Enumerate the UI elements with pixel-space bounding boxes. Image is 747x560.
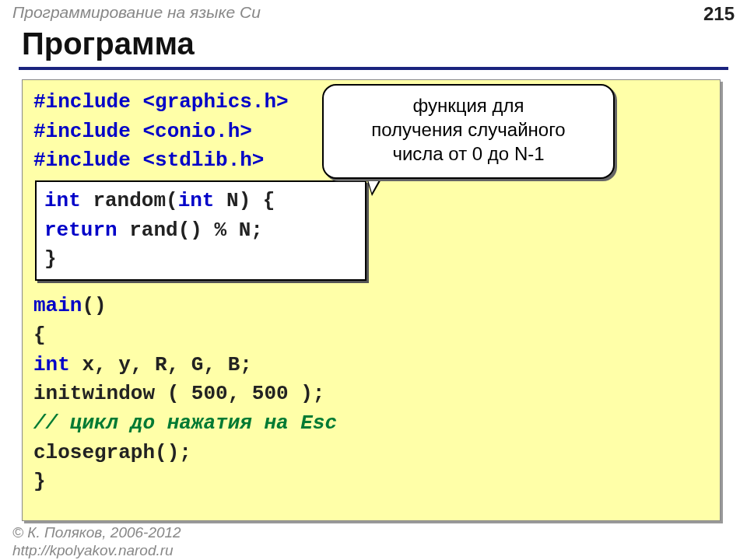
code-line: initwindow ( 500, 500 ); bbox=[33, 380, 709, 409]
callout-bubble: функция для получения случайного числа о… bbox=[322, 84, 615, 179]
func-call: closegraph bbox=[33, 441, 155, 464]
header: Программирование на языке Си 215 bbox=[0, 0, 747, 28]
code-line: int random(int N) { bbox=[44, 187, 357, 216]
code-text: random( bbox=[81, 189, 178, 212]
code-text: { bbox=[33, 324, 46, 347]
code-text: () bbox=[82, 294, 106, 317]
keyword-return: return bbox=[44, 219, 117, 242]
random-function-box: int random(int N) { return rand() % N; } bbox=[35, 180, 366, 281]
code-text: x, y, R, G, B; bbox=[70, 353, 252, 376]
code-line: // цикл до нажатия на Esc bbox=[33, 409, 709, 439]
include-keyword: #include bbox=[33, 149, 142, 172]
keyword-main: main bbox=[33, 294, 82, 317]
keyword-int: int bbox=[44, 189, 81, 212]
callout-line: числа от 0 до N-1 bbox=[333, 142, 604, 166]
footer-url: http://kpolyakov.narod.ru bbox=[12, 542, 181, 560]
code-line: { bbox=[33, 321, 709, 351]
course-title: Программирование на языке Си bbox=[12, 3, 261, 22]
code-text: ( 500, 500 ); bbox=[155, 382, 324, 405]
func-call: initwindow bbox=[33, 382, 155, 405]
callout-line: получения случайного bbox=[333, 117, 604, 142]
include-arg: <graphics.h> bbox=[142, 90, 288, 114]
comment: // цикл до нажатия на Esc bbox=[33, 411, 337, 435]
code-text: } bbox=[33, 470, 46, 493]
code-line: closegraph(); bbox=[33, 439, 709, 468]
code-text: rand() % N; bbox=[117, 219, 263, 242]
include-arg: <stdlib.h> bbox=[142, 149, 264, 172]
code-line: } bbox=[33, 467, 709, 497]
code-text: N) { bbox=[214, 189, 275, 212]
include-keyword: #include bbox=[33, 120, 142, 143]
code-line: int x, y, R, G, B; bbox=[33, 351, 709, 380]
include-arg: <conio.h> bbox=[142, 120, 251, 143]
code-text: } bbox=[44, 247, 57, 271]
keyword-int: int bbox=[33, 353, 70, 376]
slide-title: Программа bbox=[22, 26, 195, 61]
keyword-int: int bbox=[178, 189, 215, 212]
footer: © К. Поляков, 2006-2012 http://kpolyakov… bbox=[0, 524, 181, 560]
title-underline bbox=[19, 67, 728, 70]
include-keyword: #include bbox=[33, 90, 142, 114]
code-line: main() bbox=[33, 292, 709, 321]
code-line: return rand() % N; bbox=[44, 216, 357, 246]
callout-line: функция для bbox=[333, 93, 604, 117]
page-number: 215 bbox=[703, 3, 735, 25]
author: © К. Поляков, 2006-2012 bbox=[12, 524, 181, 542]
code-line: } bbox=[44, 245, 357, 275]
code-text: (); bbox=[155, 441, 191, 464]
